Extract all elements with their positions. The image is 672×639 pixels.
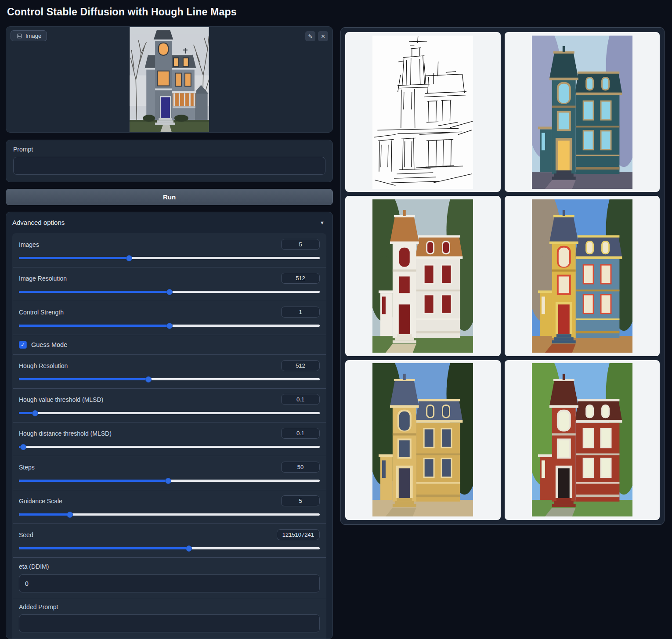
image-icon [16, 33, 22, 39]
slider-value-input[interactable]: 50 [281, 462, 320, 473]
gallery-item-golden-house[interactable] [345, 360, 501, 520]
teal-house-painting [532, 36, 632, 189]
advanced-options-header[interactable]: Advanced options ▼ [6, 212, 332, 231]
slider-label: Hough value threshold (MLSD) [19, 396, 103, 403]
slider-track[interactable] [19, 547, 320, 549]
slider-images: Images 5 [13, 234, 326, 267]
slider-steps: Steps 50 [13, 456, 326, 490]
slider-track[interactable] [19, 480, 320, 482]
slider-handle[interactable] [165, 478, 171, 484]
added-prompt-row: Added Prompt [13, 598, 326, 639]
victorian-house-photo [130, 27, 209, 132]
pencil-icon: ✎ [308, 33, 312, 40]
slider-label: Guidance Scale [19, 498, 62, 505]
slider-value-input[interactable]: 1 [281, 307, 320, 318]
slider-hough-resolution: Hough Resolution 512 [13, 354, 326, 388]
slider-value-input[interactable]: 0.1 [281, 428, 320, 439]
slider-value-input[interactable]: 512 [281, 360, 320, 371]
slider-label: Hough Resolution [19, 362, 68, 369]
golden-house-painting [372, 363, 473, 516]
prompt-panel: Prompt [6, 140, 333, 182]
guess-mode-checkbox[interactable]: ✓ [19, 341, 27, 349]
slider-guidance-scale: Guidance Scale 5 [13, 490, 326, 523]
clear-image-button[interactable]: ✕ [318, 31, 328, 41]
red-brick-house-painting [532, 363, 632, 516]
image-label: Image [25, 32, 41, 39]
guess-mode-label: Guess Mode [31, 341, 67, 348]
slider-value-input[interactable]: 0.1 [281, 394, 320, 405]
slider-track[interactable] [19, 513, 320, 516]
slider-label: Seed [19, 531, 33, 538]
slider-track[interactable] [19, 257, 320, 259]
slider-label: Steps [19, 464, 35, 471]
slider-handle[interactable] [32, 410, 38, 416]
advanced-options-panel: Advanced options ▼ Images 5 Image Resolu… [6, 212, 333, 639]
added-prompt-label: Added Prompt [19, 603, 320, 610]
run-button[interactable]: Run [6, 189, 333, 205]
eta-row: eta (DDIM) [13, 557, 326, 598]
collapse-arrow-icon: ▼ [320, 220, 325, 225]
slider-value-input[interactable]: 512 [281, 273, 320, 284]
advanced-options-form: Images 5 Image Resolution 512 Control St… [12, 233, 326, 639]
prompt-label: Prompt [13, 146, 325, 153]
slider-handle[interactable] [166, 289, 173, 295]
slider-handle[interactable] [126, 255, 132, 261]
gallery-item-hough-line-map[interactable] [345, 32, 501, 192]
guess-mode-row: ✓ Guess Mode [13, 335, 326, 354]
input-image[interactable] [6, 27, 332, 132]
slider-value-input[interactable]: 1215107241 [277, 529, 320, 540]
slider-image-resolution: Image Resolution 512 [13, 267, 326, 301]
white-house-painting [372, 199, 473, 353]
hough-line-map-image [372, 36, 473, 189]
gallery-item-yellow-blue-house[interactable] [505, 196, 660, 356]
advanced-options-title: Advanced options [12, 219, 65, 226]
slider-value-input[interactable]: 5 [281, 495, 320, 506]
edit-image-button[interactable]: ✎ [305, 31, 315, 41]
slider-track[interactable] [19, 446, 320, 448]
slider-value-input[interactable]: 5 [281, 239, 320, 250]
slider-label: Images [19, 241, 39, 248]
gallery-item-teal-house[interactable] [505, 32, 660, 192]
slider-handle[interactable] [67, 512, 73, 518]
yellow-blue-house-painting [532, 199, 632, 353]
slider-label: Image Resolution [19, 275, 67, 282]
gallery-item-red-brick-house[interactable] [505, 360, 660, 520]
slider-control-strength: Control Strength 1 [13, 301, 326, 335]
page-title: Control Stable Diffusion with Hough Line… [7, 6, 237, 18]
prompt-input[interactable] [13, 157, 325, 175]
slider-handle[interactable] [145, 376, 152, 383]
eta-label: eta (DDIM) [19, 563, 320, 570]
image-label-chip: Image [11, 30, 47, 41]
input-image-panel: Image ✎ ✕ [6, 26, 333, 133]
eta-input[interactable] [19, 574, 320, 592]
added-prompt-input[interactable] [19, 614, 320, 632]
slider-track[interactable] [19, 291, 320, 293]
slider-handle[interactable] [166, 323, 173, 329]
slider-handle[interactable] [20, 444, 26, 450]
slider-label: Hough distance threshold (MLSD) [19, 430, 112, 437]
slider-handle[interactable] [186, 545, 192, 552]
slider-hough-value-threshold: Hough value threshold (MLSD) 0.1 [13, 388, 326, 422]
slider-track[interactable] [19, 325, 320, 327]
close-icon: ✕ [321, 33, 325, 40]
slider-label: Control Strength [19, 309, 64, 316]
output-gallery [340, 27, 665, 525]
slider-track[interactable] [19, 412, 320, 414]
gallery-item-white-house[interactable] [345, 196, 501, 356]
slider-seed: Seed 1215107241 [13, 523, 326, 557]
slider-track[interactable] [19, 378, 320, 380]
slider-hough-distance-threshold: Hough distance threshold (MLSD) 0.1 [13, 422, 326, 456]
